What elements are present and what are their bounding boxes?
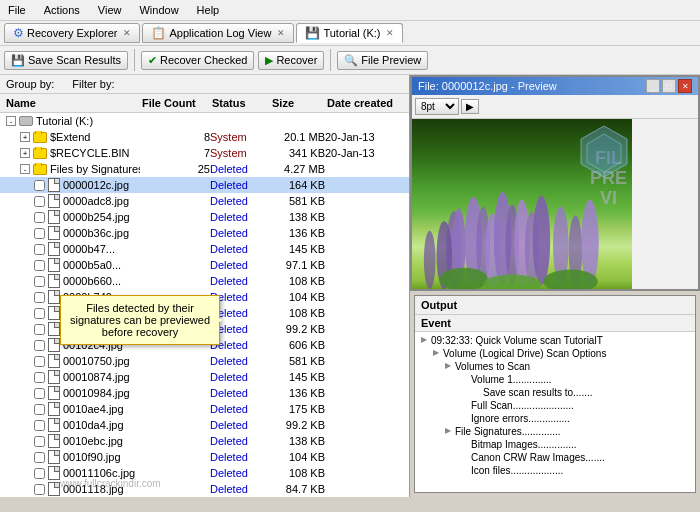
file-checkbox[interactable] — [34, 276, 45, 287]
svg-point-10 — [533, 196, 550, 285]
zoom-select[interactable]: 8pt 16pt 32pt — [415, 98, 459, 115]
file-checkbox[interactable] — [34, 420, 45, 431]
file-checkbox[interactable] — [34, 404, 45, 415]
file-row[interactable]: 0000b47...Deleted145 KB — [0, 241, 409, 257]
file-checkbox[interactable] — [34, 452, 45, 463]
size-cell: 20.1 MB — [270, 131, 325, 143]
file-checkbox[interactable] — [34, 372, 45, 383]
save-scan-button[interactable]: 💾 Save Scan Results — [4, 51, 128, 70]
file-row[interactable]: 00010874.jpgDeleted145 KB — [0, 369, 409, 385]
file-row[interactable]: 0001118.jpgDeleted84.7 KB — [0, 481, 409, 497]
file-row[interactable]: -Files by Signatures25Deleted4.27 MB — [0, 161, 409, 177]
status-cell: Deleted — [210, 195, 270, 207]
file-checkbox[interactable] — [34, 244, 45, 255]
file-row[interactable]: 0010ae4.jpgDeleted175 KB — [0, 401, 409, 417]
recover-button[interactable]: ▶ Recover — [258, 51, 324, 70]
drive-icon — [19, 116, 33, 126]
file-preview-button[interactable]: 🔍 File Preview — [337, 51, 428, 70]
file-row[interactable]: 00011106c.jpgDeleted108 KB — [0, 465, 409, 481]
preview-play-button[interactable]: ▶ — [461, 99, 479, 114]
menu-window[interactable]: Window — [135, 2, 182, 18]
menu-actions[interactable]: Actions — [40, 2, 84, 18]
menu-help[interactable]: Help — [193, 2, 224, 18]
size-cell: 108 KB — [270, 307, 325, 319]
main-toolbar: 💾 Save Scan Results ✔ Recover Checked ▶ … — [0, 46, 700, 75]
file-checkbox[interactable] — [34, 228, 45, 239]
file-checkbox[interactable] — [34, 180, 45, 191]
preview-maximize-button[interactable]: □ — [662, 79, 676, 93]
tab-log-view[interactable]: 📋 Application Log View ✕ — [142, 23, 294, 43]
col-file-count[interactable]: File Count — [140, 96, 210, 110]
preview-window: File: 0000012c.jpg - Preview _ □ ✕ 8pt 1… — [410, 75, 700, 291]
file-row[interactable]: 0000012c.jpgDeleted164 KB — [0, 177, 409, 193]
output-content[interactable]: ▶09:32:33: Quick Volume scan TutorialT▶V… — [415, 332, 695, 492]
file-row[interactable]: 0000b660...Deleted108 KB — [0, 273, 409, 289]
status-cell: Deleted — [210, 227, 270, 239]
tab-close-tutorial[interactable]: ✕ — [386, 28, 394, 38]
file-name-text: Files by Signatures — [50, 163, 140, 175]
preview-close-button[interactable]: ✕ — [678, 79, 692, 93]
size-cell: 108 KB — [270, 275, 325, 287]
file-checkbox[interactable] — [34, 340, 45, 351]
col-size[interactable]: Size — [270, 96, 325, 110]
recover-icon: ▶ — [265, 54, 273, 67]
file-name-text: 0000adc8.jpg — [63, 195, 129, 207]
filter-bar: Group by: Filter by: — [0, 75, 409, 94]
file-icon — [48, 338, 60, 352]
expand-button[interactable]: + — [20, 132, 30, 142]
file-checkbox[interactable] — [34, 292, 45, 303]
file-row[interactable]: 0000b5a0...Deleted97.1 KB — [0, 257, 409, 273]
column-headers: Name File Count Status Size Date created — [0, 94, 409, 113]
file-row[interactable]: -Tutorial (K:) — [0, 113, 409, 129]
tab-recovery-explorer[interactable]: ⚙ Recovery Explorer ✕ — [4, 23, 140, 43]
file-checkbox[interactable] — [34, 436, 45, 447]
expand-button[interactable]: + — [20, 148, 30, 158]
tab-close-log[interactable]: ✕ — [277, 28, 285, 38]
recover-checked-button[interactable]: ✔ Recover Checked — [141, 51, 254, 70]
file-row[interactable]: 0000adc8.jpgDeleted581 KB — [0, 193, 409, 209]
tab-close-recovery[interactable]: ✕ — [123, 28, 131, 38]
file-checkbox[interactable] — [34, 356, 45, 367]
file-checkbox[interactable] — [34, 212, 45, 223]
file-row[interactable]: 0000b36c.jpgDeleted136 KB — [0, 225, 409, 241]
size-cell: 136 KB — [270, 387, 325, 399]
file-row[interactable]: +$RECYCLE.BIN7System341 KB20-Jan-13 — [0, 145, 409, 161]
tree-expand-arrow[interactable]: ▶ — [445, 361, 451, 370]
file-row[interactable]: 0000b254.jpgDeleted138 KB — [0, 209, 409, 225]
file-row[interactable]: +$Extend8System20.1 MB20-Jan-13 — [0, 129, 409, 145]
file-checkbox[interactable] — [34, 324, 45, 335]
size-cell: 138 KB — [270, 211, 325, 223]
menu-view[interactable]: View — [94, 2, 126, 18]
file-row[interactable]: 0010f90.jpgDeleted104 KB — [0, 449, 409, 465]
file-row[interactable]: 00010984.jpgDeleted136 KB — [0, 385, 409, 401]
recover-checked-icon: ✔ — [148, 54, 157, 67]
tree-expand-arrow[interactable]: ▶ — [421, 335, 427, 344]
expand-button[interactable]: - — [6, 116, 16, 126]
col-date[interactable]: Date created — [325, 96, 405, 110]
tree-expand-arrow[interactable]: ▶ — [433, 348, 439, 357]
menu-file[interactable]: File — [4, 2, 30, 18]
file-icon — [48, 322, 60, 336]
file-icon — [48, 226, 60, 240]
expand-button[interactable]: - — [20, 164, 30, 174]
file-checkbox[interactable] — [34, 388, 45, 399]
output-row-text: File Signatures.............. — [455, 426, 561, 437]
file-count-cell: 25 — [140, 163, 210, 175]
tab-tutorial[interactable]: 💾 Tutorial (K:) ✕ — [296, 23, 403, 43]
file-checkbox[interactable] — [34, 308, 45, 319]
file-checkbox[interactable] — [34, 196, 45, 207]
tree-expand-arrow[interactable]: ▶ — [445, 426, 451, 435]
file-row[interactable]: 0010da4.jpgDeleted99.2 KB — [0, 417, 409, 433]
file-row[interactable]: 00010750.jpgDeleted581 KB — [0, 353, 409, 369]
col-status[interactable]: Status — [210, 96, 270, 110]
file-icon — [48, 434, 60, 448]
file-checkbox[interactable] — [34, 468, 45, 479]
file-checkbox[interactable] — [34, 260, 45, 271]
file-row[interactable]: 0010ebc.jpgDeleted138 KB — [0, 433, 409, 449]
preview-minimize-button[interactable]: _ — [646, 79, 660, 93]
size-cell: 4.27 MB — [270, 163, 325, 175]
status-cell: Deleted — [210, 355, 270, 367]
file-checkbox[interactable] — [34, 484, 45, 495]
size-cell: 175 KB — [270, 403, 325, 415]
col-name[interactable]: Name — [4, 96, 140, 110]
